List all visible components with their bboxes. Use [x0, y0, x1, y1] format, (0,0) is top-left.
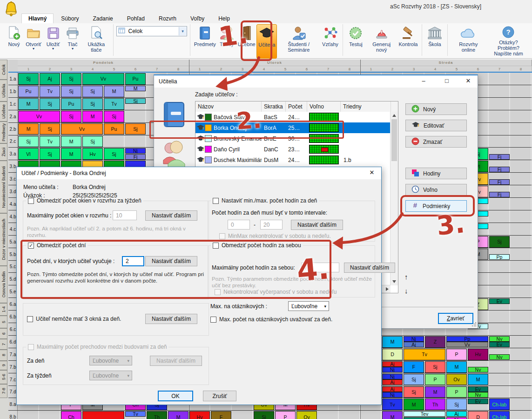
vz-ahy-button[interactable]: Vzťahy [320, 24, 340, 58]
sidebar-tab-celok[interactable]: Celok [0, 60, 7, 80]
sidebar-tab-6[interactable]: 6 [0, 328, 7, 339]
timetable-cell[interactable]: Vv [18, 111, 60, 122]
gaps-week-set-others-button[interactable]: Nastaviť ďalším [145, 210, 197, 221]
timetable-cell[interactable]: Aj [382, 386, 403, 392]
row-label-2-a[interactable]: 2.a [8, 110, 18, 123]
timetable-cell[interactable]: Sj [404, 374, 424, 385]
timetable-cell[interactable]: M [125, 86, 146, 91]
consecutive-weekend-checkbox[interactable] [215, 289, 221, 295]
timetable-cell[interactable]: M [61, 136, 81, 148]
timetable-cell[interactable]: Nj [404, 336, 424, 342]
nov-button[interactable]: Nový [405, 103, 467, 115]
timetable-cell[interactable]: Sj [61, 86, 81, 97]
sidebar-tab-neumiestnen-tudenti[interactable]: Neumiestnení študenti [0, 161, 7, 213]
menu-tab-zadanie[interactable]: Zadanie [86, 14, 119, 23]
timetable-cell[interactable]: M [104, 86, 124, 97]
sidebar-tab-8[interactable]: 8 [0, 350, 7, 361]
teacher-row-duschek-maximili-n[interactable]: Duschek MaximiliánDusM24…1.b [195, 155, 391, 165]
timetable-cell[interactable]: Sj [404, 386, 424, 398]
timetable-cell[interactable]: Ev [489, 298, 510, 304]
row-label-8-b[interactable]: 8.b [8, 411, 18, 419]
timetable-cell[interactable]: Ev [468, 399, 488, 404]
timetable-cell[interactable]: P [446, 386, 467, 398]
hodiny-button[interactable]: Hodiny [405, 168, 467, 179]
triedy-button[interactable]: Triedy [217, 24, 236, 58]
timetable-cell[interactable]: M [404, 399, 424, 410]
row-label-3-a[interactable]: 3.a [8, 148, 18, 160]
u-ebne-button[interactable]: Učebne [236, 24, 256, 58]
timetable-cell[interactable]: Tv [404, 349, 445, 360]
timetable-cell[interactable]: Nj [382, 367, 403, 372]
timetable-cell[interactable]: Fj [489, 154, 510, 160]
sidebar-tab-1-4[interactable]: 1-4 [0, 303, 7, 316]
timetable-cell[interactable]: Nv [468, 367, 488, 372]
cancel-button[interactable]: Zrušiť [203, 391, 236, 401]
menu-tab-rozvrh[interactable]: Rozvrh [152, 14, 183, 23]
timetable-cell[interactable]: Sj [82, 98, 103, 110]
close-icon[interactable] [461, 77, 475, 86]
questionmark-day-checkbox[interactable] [210, 317, 216, 323]
timetable-cell[interactable]: Sj [104, 148, 124, 160]
timetable-cell[interactable]: Sj [61, 73, 81, 85]
timetable-cell[interactable]: Nj [125, 148, 146, 154]
gaps-day-set-others-button[interactable]: Nastaviť ďalším [145, 314, 197, 324]
timetable-cell[interactable]: Sj [82, 136, 103, 148]
sidebar-tab-u-ebne[interactable]: Učebne [0, 101, 7, 122]
timetable-cell[interactable]: Nv [489, 354, 510, 360]
timetable-cell[interactable]: Ch [61, 411, 81, 419]
chevron-down-icon[interactable] [179, 27, 187, 35]
resize-grip[interactable] [471, 322, 476, 327]
otvori-button[interactable]: Otvoriť▾ [24, 24, 43, 58]
view-selector-combo[interactable]: Celok [116, 26, 187, 36]
nov-button[interactable]: Nový [4, 24, 24, 58]
row-label-1-a[interactable]: 1.a [8, 73, 18, 85]
timetable-cell[interactable]: M [61, 148, 81, 160]
column-header-triedny[interactable]: Triedny [341, 101, 391, 112]
menu-tab-help[interactable]: Help [212, 14, 236, 23]
timetable-cell[interactable]: D [468, 411, 488, 419]
timetable-cell[interactable]: P [275, 411, 296, 419]
timetable-cell[interactable]: M [468, 374, 488, 385]
sidebar-tab-9[interactable]: 9 [0, 361, 7, 370]
timetable-cell[interactable]: Nj [446, 417, 467, 419]
row-label-2-c[interactable]: 2.c [8, 135, 18, 148]
timetable-cell[interactable]: Th [147, 411, 167, 419]
buildings-per-day-combo[interactable]: Ľubovoľne [89, 356, 132, 365]
timetable-cell[interactable]: M [18, 123, 39, 135]
timetable-cell[interactable]: F [404, 361, 424, 373]
zmaza-button[interactable]: Zmazať [405, 136, 467, 148]
days-limit-checkbox[interactable] [28, 243, 34, 249]
teacher-row-brunovsk-emanuel[interactable]: Brunovský EmanuelBruE30… [195, 133, 391, 144]
ot-zky-probl-m-nap-te-n-m-button[interactable]: ?Otázky? Problém? Napíšte nám [486, 24, 531, 58]
close-icon[interactable] [365, 169, 379, 177]
timetable-cell[interactable]: Hv [468, 349, 488, 360]
timetable-cell[interactable]: Vv [446, 342, 488, 347]
consecutive-checkbox[interactable] [213, 243, 219, 249]
timetable-cell[interactable] [82, 411, 124, 419]
timetable-cell[interactable]: Sj [40, 123, 60, 135]
testuj-button[interactable]: Testuj [346, 24, 365, 58]
row-label-1-b[interactable]: 1.b [8, 85, 18, 98]
timetable-cell[interactable]: Tv [382, 399, 403, 410]
column-header-vo-no[interactable]: Voľno [307, 101, 341, 112]
timetable-cell[interactable]: M [382, 411, 403, 419]
timetable-cell[interactable]: Fj [489, 179, 510, 185]
timetable-cell[interactable]: Sj [446, 399, 467, 410]
timetable-cell[interactable]: Ch-lab [489, 411, 510, 419]
timetable-cell[interactable]: Pu [18, 86, 39, 97]
questionmark-combo[interactable]: Ľubovoľne [288, 301, 329, 311]
timetable-cell[interactable]: Sj [125, 98, 146, 104]
buildings-set-others-button[interactable]: Nastaviť ďalším [150, 356, 202, 366]
maximize-icon[interactable] [440, 77, 454, 86]
timetable-cell[interactable]: Sj [425, 361, 445, 373]
column-header-n-zov[interactable]: Názov [195, 101, 262, 112]
menu-tab-hlavn[interactable]: Hlavný [21, 14, 54, 23]
gaps-week-checkbox[interactable] [28, 198, 34, 204]
timetable-cell[interactable]: Vl [18, 148, 39, 160]
row-label-1-c[interactable]: 1.c [8, 98, 18, 110]
sidebar-tab-iaci[interactable]: Žiaci [0, 143, 7, 161]
timetable-cell[interactable]: Tv [125, 411, 146, 417]
kontrola-button[interactable]: Kontrola [397, 24, 419, 58]
gaps-week-input[interactable]: 10 [113, 210, 137, 220]
sidebar-tab-5[interactable]: 5 [0, 316, 7, 328]
